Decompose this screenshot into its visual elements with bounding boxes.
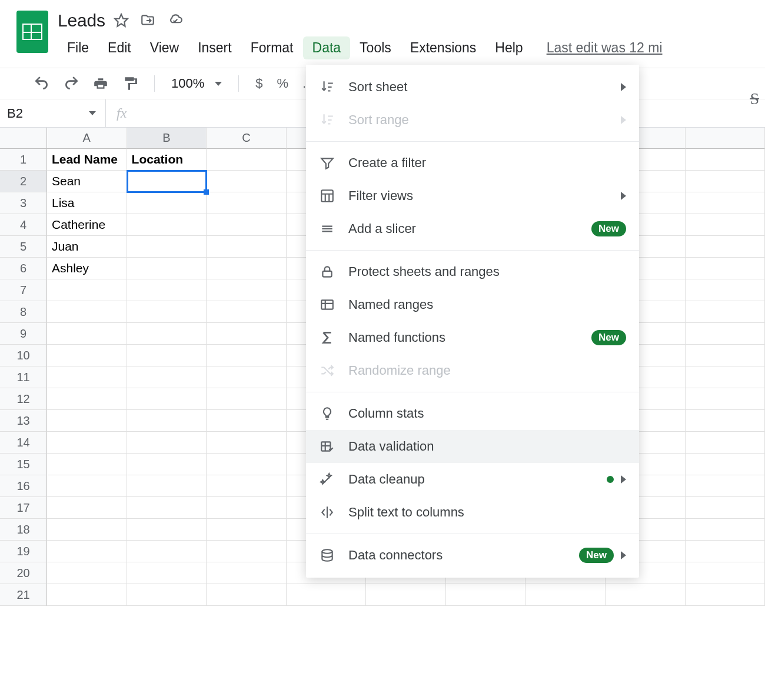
cell[interactable] bbox=[47, 323, 127, 345]
row-header[interactable]: 21 bbox=[0, 584, 47, 606]
row-header[interactable]: 1 bbox=[0, 149, 47, 171]
cell[interactable]: Sean bbox=[47, 171, 127, 192]
cell[interactable]: Catherine bbox=[47, 214, 127, 236]
menu-item-protect[interactable]: Protect sheets and ranges bbox=[306, 255, 639, 288]
cell[interactable] bbox=[47, 562, 127, 584]
cell[interactable] bbox=[47, 519, 127, 541]
cell[interactable] bbox=[127, 410, 207, 432]
cell[interactable] bbox=[686, 345, 766, 366]
cell[interactable] bbox=[207, 345, 287, 366]
cell[interactable] bbox=[207, 519, 287, 541]
print-icon[interactable] bbox=[93, 76, 108, 91]
menu-format[interactable]: Format bbox=[241, 36, 303, 59]
cell[interactable] bbox=[47, 454, 127, 475]
cell[interactable] bbox=[127, 584, 207, 606]
cell[interactable] bbox=[47, 584, 127, 606]
name-box[interactable]: B2 bbox=[0, 99, 106, 127]
row-header[interactable]: 8 bbox=[0, 301, 47, 323]
row-header[interactable]: 19 bbox=[0, 541, 47, 562]
cell[interactable] bbox=[207, 388, 287, 410]
cell[interactable] bbox=[127, 301, 207, 323]
cell[interactable] bbox=[686, 541, 766, 562]
row-header[interactable]: 10 bbox=[0, 345, 47, 366]
cell[interactable] bbox=[127, 192, 207, 214]
row-header[interactable]: 9 bbox=[0, 323, 47, 345]
cell[interactable] bbox=[207, 236, 287, 258]
cell[interactable] bbox=[127, 562, 207, 584]
menu-help[interactable]: Help bbox=[485, 36, 532, 59]
format-as-currency[interactable]: $ bbox=[255, 76, 262, 91]
cell[interactable] bbox=[207, 366, 287, 388]
row-header[interactable]: 14 bbox=[0, 432, 47, 454]
cell[interactable]: Location bbox=[127, 149, 207, 171]
cell[interactable] bbox=[686, 432, 766, 454]
cell[interactable] bbox=[446, 584, 526, 606]
cell[interactable] bbox=[686, 192, 766, 214]
undo-icon[interactable] bbox=[34, 76, 49, 91]
cloud-status-icon[interactable] bbox=[167, 13, 184, 28]
menu-tools[interactable]: Tools bbox=[350, 36, 401, 59]
cell[interactable]: Ashley bbox=[47, 258, 127, 279]
cell[interactable] bbox=[127, 475, 207, 497]
cell[interactable] bbox=[47, 410, 127, 432]
row-header[interactable]: 5 bbox=[0, 236, 47, 258]
cell[interactable] bbox=[207, 214, 287, 236]
cell[interactable] bbox=[606, 584, 686, 606]
row-header[interactable]: 15 bbox=[0, 454, 47, 475]
sheets-logo[interactable] bbox=[16, 11, 48, 53]
row-header[interactable]: 18 bbox=[0, 519, 47, 541]
star-icon[interactable] bbox=[114, 13, 129, 28]
cell[interactable] bbox=[366, 584, 446, 606]
cell[interactable] bbox=[47, 475, 127, 497]
menu-item-column-stats[interactable]: Column stats bbox=[306, 397, 639, 430]
cell[interactable] bbox=[686, 497, 766, 519]
cell[interactable] bbox=[287, 584, 367, 606]
cell[interactable] bbox=[207, 454, 287, 475]
cell[interactable] bbox=[47, 366, 127, 388]
menu-view[interactable]: View bbox=[141, 36, 188, 59]
cell[interactable] bbox=[47, 279, 127, 301]
cell[interactable] bbox=[47, 541, 127, 562]
cell[interactable]: Juan bbox=[47, 236, 127, 258]
row-header[interactable]: 16 bbox=[0, 475, 47, 497]
menu-item-data-cleanup[interactable]: Data cleanup bbox=[306, 463, 639, 496]
menu-item-data-connectors[interactable]: Data connectorsNew bbox=[306, 539, 639, 572]
menu-item-add-slicer[interactable]: Add a slicerNew bbox=[306, 212, 639, 245]
row-header[interactable]: 12 bbox=[0, 388, 47, 410]
cell[interactable] bbox=[207, 497, 287, 519]
cell[interactable] bbox=[686, 388, 766, 410]
cell[interactable] bbox=[207, 301, 287, 323]
menu-item-split-text[interactable]: Split text to columns bbox=[306, 496, 639, 529]
menu-item-create-filter[interactable]: Create a filter bbox=[306, 146, 639, 179]
cell[interactable] bbox=[127, 323, 207, 345]
cell[interactable] bbox=[127, 258, 207, 279]
cell[interactable] bbox=[686, 410, 766, 432]
cell[interactable] bbox=[127, 388, 207, 410]
cell[interactable] bbox=[207, 171, 287, 192]
col-header-A[interactable]: A bbox=[47, 128, 127, 149]
zoom-selector[interactable]: 100% bbox=[171, 76, 222, 91]
cell[interactable] bbox=[207, 541, 287, 562]
menu-insert[interactable]: Insert bbox=[188, 36, 241, 59]
col-header-B[interactable]: B bbox=[127, 128, 207, 149]
menu-item-named-functions[interactable]: Named functionsNew bbox=[306, 321, 639, 354]
cell[interactable] bbox=[207, 258, 287, 279]
cell[interactable] bbox=[686, 475, 766, 497]
menu-item-data-validation[interactable]: Data validation bbox=[306, 430, 639, 463]
cell[interactable] bbox=[127, 541, 207, 562]
cell[interactable] bbox=[47, 388, 127, 410]
cell[interactable] bbox=[47, 497, 127, 519]
row-header[interactable]: 13 bbox=[0, 410, 47, 432]
cell[interactable] bbox=[207, 410, 287, 432]
last-edit-link[interactable]: Last edit was 12 mi bbox=[547, 40, 663, 56]
menu-item-named-ranges[interactable]: Named ranges bbox=[306, 288, 639, 321]
cell[interactable] bbox=[686, 323, 766, 345]
cell[interactable] bbox=[127, 454, 207, 475]
menu-item-filter-views[interactable]: Filter views bbox=[306, 179, 639, 212]
cell[interactable] bbox=[686, 279, 766, 301]
cell[interactable] bbox=[127, 171, 207, 192]
cell[interactable] bbox=[686, 584, 766, 606]
cell[interactable] bbox=[127, 214, 207, 236]
cell[interactable] bbox=[207, 149, 287, 171]
cell[interactable] bbox=[127, 279, 207, 301]
